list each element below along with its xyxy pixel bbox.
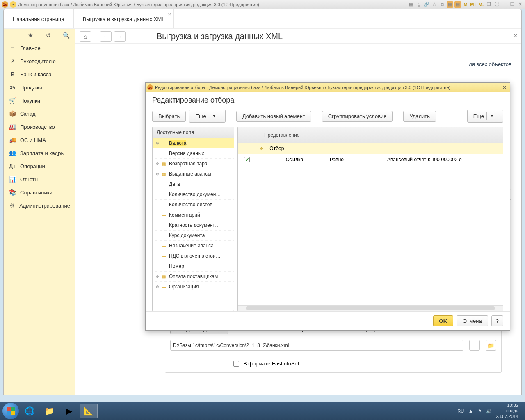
field-row[interactable]: —Версия данных: [153, 148, 234, 159]
titlebar-tools: ▦ ⎙ 🔗 ☆ ⧉ ▦ ▤ M M+ M- ❐ ⓘ — ❐ ✕: [408, 1, 523, 8]
tb-icon[interactable]: ⎙: [415, 1, 422, 8]
tabs: Начальная страница Выгрузка и загрузка д…: [4, 9, 521, 29]
field-row[interactable]: —Номер: [153, 261, 234, 272]
sidebar-item[interactable]: ⚙Администрирование: [4, 199, 75, 212]
ok-button[interactable]: OK: [433, 315, 454, 326]
expand-icon[interactable]: ⊕: [156, 285, 160, 289]
tab-close-icon[interactable]: ✕: [168, 12, 171, 16]
tab-xml[interactable]: Выгрузка и загрузка данных XML ✕: [74, 9, 174, 28]
field-label: Возвратная тара: [169, 161, 208, 167]
more-button[interactable]: Еще▼: [189, 110, 225, 123]
field-row[interactable]: ⊕▦Оплата поставщикам: [153, 272, 234, 282]
tray-clock[interactable]: 10:32 среда 23.07.2014: [496, 403, 518, 419]
tray-volume-icon[interactable]: 🔊: [486, 409, 492, 414]
tray-lang[interactable]: RU: [457, 409, 464, 413]
sidebar-item[interactable]: ДтОперации: [4, 160, 75, 173]
info-icon[interactable]: ⓘ: [493, 1, 500, 8]
titlebar-dropdown-icon[interactable]: ▾: [10, 1, 16, 8]
pane-header: Доступные поля: [153, 127, 234, 138]
dialog-close-icon[interactable]: ✕: [501, 84, 508, 90]
sidebar-item[interactable]: 📚Справочники: [4, 186, 75, 199]
tab-home[interactable]: Начальная страница: [4, 9, 74, 28]
field-tree[interactable]: ⊕—Валюта—Версия данных⊕▦Возвратная тара⊕…: [153, 138, 234, 311]
calendar-icon[interactable]: ▦: [447, 1, 453, 8]
grid-icon[interactable]: ⸬: [9, 32, 17, 39]
sidebar-item[interactable]: ₽Банк и касса: [4, 68, 75, 81]
path-input[interactable]: [170, 340, 463, 351]
expand-icon[interactable]: ⊕: [156, 141, 160, 145]
h-scrollbar[interactable]: [238, 305, 503, 311]
add-element-button[interactable]: Добавить новый элемент: [236, 111, 311, 122]
forward-icon[interactable]: →: [114, 31, 126, 42]
field-row[interactable]: —Назначение аванса: [153, 241, 234, 251]
task-media-icon[interactable]: ▶: [60, 404, 78, 418]
titlebar: 1c ▾ Демонстрационная база / Любимов Вал…: [0, 0, 525, 9]
sidebar-item[interactable]: 🏭Производство: [4, 120, 75, 133]
field-row[interactable]: ⊕—Организация: [153, 282, 234, 292]
m-minus-icon[interactable]: M-: [478, 1, 484, 8]
sidebar-icon: 🛒: [9, 97, 16, 104]
sidebar-item[interactable]: ↗Руководителю: [4, 55, 75, 68]
group-conditions-button[interactable]: Сгруппировать условия: [322, 111, 393, 122]
checkbox-fastinfoset[interactable]: [233, 361, 239, 367]
field-row[interactable]: ⊕—Валюта: [153, 138, 234, 148]
tb-icon[interactable]: ⧉: [439, 1, 445, 8]
path-browse-icon[interactable]: …: [469, 340, 480, 351]
maximize-icon[interactable]: ❐: [509, 1, 516, 8]
sidebar-label: Производство: [20, 124, 55, 130]
minimize-icon[interactable]: —: [501, 1, 508, 8]
sidebar-item[interactable]: 🛒Покупки: [4, 94, 75, 107]
star-icon[interactable]: ☆: [431, 1, 438, 8]
windows-icon[interactable]: ❐: [486, 1, 492, 8]
tray-action-icon[interactable]: ⚑: [478, 409, 482, 414]
field-row[interactable]: —Количество докумен…: [153, 189, 234, 200]
field-row[interactable]: —Курс документа: [153, 231, 234, 241]
cancel-button[interactable]: Отмена: [457, 315, 488, 326]
star-icon[interactable]: ★: [26, 32, 34, 39]
sidebar-item[interactable]: 🚚ОС и НМА: [4, 133, 75, 146]
delete-button[interactable]: Удалить: [403, 111, 436, 122]
condition-row[interactable]: — Ссылка Равно Авансовый отчет КП00-0000…: [238, 154, 503, 165]
tb-icon[interactable]: ▦: [408, 1, 414, 8]
page-close-icon[interactable]: ✕: [513, 32, 518, 39]
task-ie-icon[interactable]: 🌐: [21, 404, 39, 418]
back-icon[interactable]: ←: [100, 31, 112, 42]
sidebar-item[interactable]: 👥Зарплата и кадры: [4, 146, 75, 160]
field-row[interactable]: —НДС включен в стои…: [153, 251, 234, 261]
close-icon[interactable]: ✕: [517, 1, 523, 8]
choose-button[interactable]: Выбрать: [152, 111, 186, 122]
help-button[interactable]: ?: [491, 315, 503, 326]
m-plus-icon[interactable]: M+: [470, 1, 477, 8]
sidebar-item[interactable]: 📦Склад: [4, 107, 75, 120]
sidebar-item[interactable]: 📊Отчеты: [4, 173, 75, 186]
tray-flag-icon[interactable]: ▲: [468, 408, 474, 414]
sidebar-icon: 👥: [9, 150, 16, 156]
field-row[interactable]: —Количество листов: [153, 200, 234, 210]
task-explorer-icon[interactable]: 📁: [40, 404, 58, 418]
calc-icon[interactable]: ▤: [454, 1, 461, 8]
type-icon: —: [162, 223, 167, 228]
path-open-icon[interactable]: 📁: [486, 340, 496, 351]
sidebar-label: Зарплата и кадры: [20, 150, 65, 156]
expand-icon[interactable]: ⊕: [156, 274, 160, 278]
search-icon[interactable]: 🔍: [62, 32, 70, 39]
sidebar-item[interactable]: 🛍Продажи: [4, 81, 75, 94]
field-row[interactable]: ⊕▦Выданные авансы: [153, 169, 234, 179]
tb-icon[interactable]: 🔗: [423, 1, 430, 8]
sidebar-item[interactable]: ≡Главное: [4, 41, 75, 55]
field-row[interactable]: —Комментарий: [153, 210, 234, 220]
more-button[interactable]: Еще▼: [467, 110, 503, 123]
expand-icon[interactable]: ⊕: [156, 162, 160, 166]
field-row[interactable]: —Дата: [153, 179, 234, 189]
start-button[interactable]: [2, 403, 19, 419]
field-row[interactable]: —Кратность документ…: [153, 220, 234, 231]
task-1c-icon[interactable]: 📐: [80, 404, 98, 418]
home-icon[interactable]: ⌂: [80, 31, 91, 42]
field-row[interactable]: ⊕▦Возвратная тара: [153, 159, 234, 169]
filter-group-row[interactable]: ⊖ Отбор: [238, 143, 503, 154]
m-icon[interactable]: M: [462, 1, 469, 8]
history-icon[interactable]: ↺: [44, 32, 52, 39]
condition-checkbox[interactable]: [244, 157, 250, 162]
expand-icon[interactable]: ⊕: [156, 172, 160, 176]
type-icon: ▦: [162, 172, 167, 176]
